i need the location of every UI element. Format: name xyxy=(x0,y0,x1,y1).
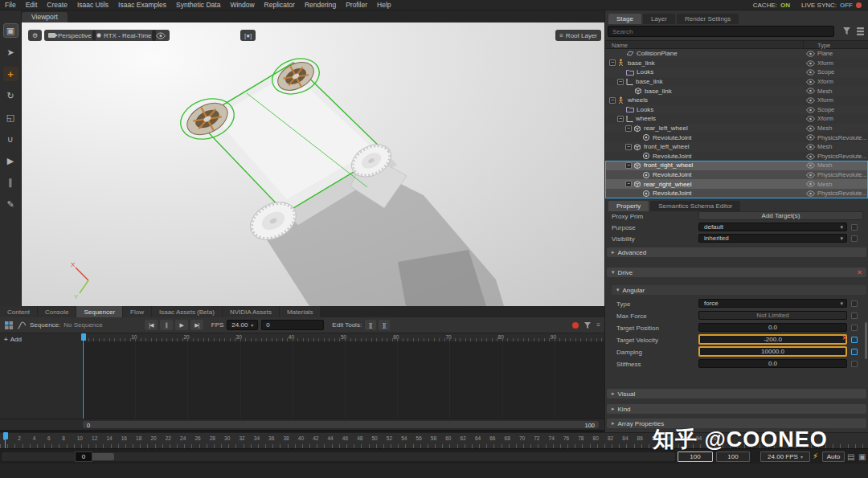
visibility-eye-icon[interactable] xyxy=(806,134,815,142)
tab-nvidia-assets[interactable]: NVIDIA Assets xyxy=(223,306,279,317)
tree-expander-icon[interactable]: − xyxy=(617,116,624,122)
visibility-eye-icon[interactable] xyxy=(806,88,815,96)
tree-expander-icon[interactable]: − xyxy=(625,162,632,169)
menu-file[interactable]: File xyxy=(0,1,21,9)
stage-tree-row[interactable]: LooksScope xyxy=(605,67,868,77)
max-force-field[interactable]: Not Limited xyxy=(698,311,847,320)
snap-tool-icon[interactable]: ∪ xyxy=(3,132,18,146)
visibility-eye-icon[interactable] xyxy=(806,97,815,105)
filter-icon[interactable] xyxy=(583,321,592,329)
timeline-expand-icon[interactable]: ▣ xyxy=(858,452,866,461)
record-icon[interactable] xyxy=(572,322,579,329)
stage-tree-row[interactable]: RevoluteJointPhysicsRevolute... xyxy=(605,170,868,180)
stage-tree-row[interactable]: −wheelsXform xyxy=(605,96,868,105)
visibility-eye-icon[interactable] xyxy=(806,144,815,152)
menu-help[interactable]: Help xyxy=(372,1,395,9)
tab-materials[interactable]: Materials xyxy=(280,306,320,317)
property-link-toggle[interactable] xyxy=(851,361,858,367)
visibility-eye-icon[interactable] xyxy=(806,107,815,115)
menu-isaac-utils[interactable]: Isaac Utils xyxy=(72,1,113,9)
remove-property-icon[interactable]: × xyxy=(842,333,847,342)
stiffness-field[interactable]: 0.0 xyxy=(698,359,847,368)
sequencer-scroll-track[interactable]: 0 100 xyxy=(83,421,599,428)
rotate-tool-icon[interactable]: ↻ xyxy=(3,88,18,103)
tab-stage[interactable]: Stage xyxy=(608,14,641,24)
menu-rendering[interactable]: Rendering xyxy=(300,1,341,9)
visibility-eye-icon[interactable] xyxy=(806,60,815,68)
root-layer-button[interactable]: ≡Root Layer xyxy=(555,30,601,41)
property-link-toggle[interactable] xyxy=(851,313,858,319)
tree-expander-icon[interactable]: − xyxy=(625,144,632,150)
visibility-dropdown[interactable]: inherited▾ xyxy=(698,234,847,243)
visibility-eye-icon[interactable] xyxy=(806,190,815,198)
viewport-tab[interactable]: Viewport xyxy=(22,12,68,22)
menu-replicator[interactable]: Replicator xyxy=(260,1,300,9)
menu-window[interactable]: Window xyxy=(225,1,259,9)
renderer-selector-button[interactable]: RTX - Real-Time xyxy=(92,30,156,41)
visibility-eye-icon[interactable] xyxy=(806,125,815,133)
pause-button[interactable]: ∥ xyxy=(160,320,173,330)
tab-isaac-assets-beta-[interactable]: Isaac Assets (Beta) xyxy=(152,306,222,317)
tab-layer[interactable]: Layer xyxy=(643,14,675,24)
play-button[interactable]: ▶ xyxy=(175,320,188,330)
stage-options-icon[interactable] xyxy=(856,27,865,35)
menu-isaac-examples[interactable]: Isaac Examples xyxy=(113,1,171,9)
edit-tool-trim[interactable]: ][ xyxy=(365,320,376,330)
scale-tool-icon[interactable]: ◱ xyxy=(3,110,18,125)
live-sync-status-icon[interactable] xyxy=(856,2,862,8)
target-position-field[interactable]: 0.0 xyxy=(698,323,847,332)
camera-selector-button[interactable]: Perspective xyxy=(44,30,96,41)
tab-content[interactable]: Content xyxy=(0,306,37,317)
stage-tree-row[interactable]: RevoluteJointPhysicsRevolute... xyxy=(605,152,868,161)
add-track-button[interactable]: +Add xyxy=(4,336,78,343)
target-velocity-field[interactable]: -200.0 xyxy=(698,334,847,345)
viewport-visibility-button[interactable] xyxy=(152,30,170,41)
property-link-toggle[interactable] xyxy=(851,300,858,307)
purpose-dropdown[interactable]: default▾ xyxy=(698,223,847,231)
damping-field[interactable]: 10000.0 xyxy=(698,346,847,357)
tree-expander-icon[interactable]: − xyxy=(617,79,624,85)
paint-tool-icon[interactable]: ✎ xyxy=(3,197,18,211)
curve-editor-icon[interactable] xyxy=(17,321,27,330)
type-dropdown[interactable]: force▾ xyxy=(698,299,847,308)
stage-tree-row[interactable]: −wheelsXform xyxy=(605,114,868,124)
sequencer-track-area[interactable] xyxy=(83,342,604,419)
add-targets-button[interactable]: Add Target(s) xyxy=(698,211,863,220)
current-frame-input[interactable]: 0 xyxy=(261,320,324,330)
capture-button[interactable]: [●] xyxy=(240,30,256,41)
menu-synthetic-data[interactable]: Synthetic Data xyxy=(171,1,225,9)
visibility-eye-icon[interactable] xyxy=(806,162,815,170)
edit-tool-slip[interactable]: ][ xyxy=(379,320,390,330)
property-scrollbar[interactable] xyxy=(865,322,867,359)
tab-property[interactable]: Property xyxy=(608,201,649,211)
visibility-eye-icon[interactable] xyxy=(806,181,815,189)
play-tool-icon[interactable]: ▶ xyxy=(3,153,18,168)
column-name[interactable]: Name xyxy=(612,42,628,49)
timeline-settings-icon[interactable]: ▤ xyxy=(847,452,854,461)
tree-expander-icon[interactable]: − xyxy=(609,97,616,104)
fps-dropdown[interactable]: 24.00▾ xyxy=(227,320,258,330)
stage-tree-row[interactable]: −front_right_wheelMesh xyxy=(605,161,868,170)
viewport-camera-tool-icon[interactable]: ▣ xyxy=(3,23,18,38)
section-drive[interactable]: ▾Drive× xyxy=(607,268,866,277)
property-link-toggle[interactable] xyxy=(851,325,858,331)
section-kind[interactable]: ▸Kind xyxy=(607,404,866,414)
sequencer-grid-icon[interactable] xyxy=(4,321,14,330)
property-link-toggle[interactable] xyxy=(851,349,858,355)
visibility-eye-icon[interactable] xyxy=(806,51,815,59)
visibility-eye-icon[interactable] xyxy=(806,69,815,77)
tree-expander-icon[interactable]: − xyxy=(609,59,616,66)
sequencer-ruler[interactable]: 102030405060708090 xyxy=(83,333,604,342)
timeline-playhead[interactable] xyxy=(3,432,8,448)
stage-filter-icon[interactable] xyxy=(842,27,851,35)
tab-sequencer[interactable]: Sequencer xyxy=(76,306,122,317)
sequencer-menu-icon[interactable]: ≡ xyxy=(596,321,600,329)
remove-drive-icon[interactable]: × xyxy=(858,268,862,276)
move-tool-icon[interactable]: + xyxy=(3,67,18,81)
visibility-eye-icon[interactable] xyxy=(806,79,815,87)
stage-tree-row[interactable]: −base_linkXform xyxy=(605,77,868,87)
tab-flow[interactable]: Flow xyxy=(123,306,151,317)
section-visual[interactable]: ▸Visual xyxy=(607,389,866,398)
stage-tree-row[interactable]: −rear_right_wheelMesh xyxy=(605,179,868,189)
property-link-toggle[interactable] xyxy=(851,337,858,343)
